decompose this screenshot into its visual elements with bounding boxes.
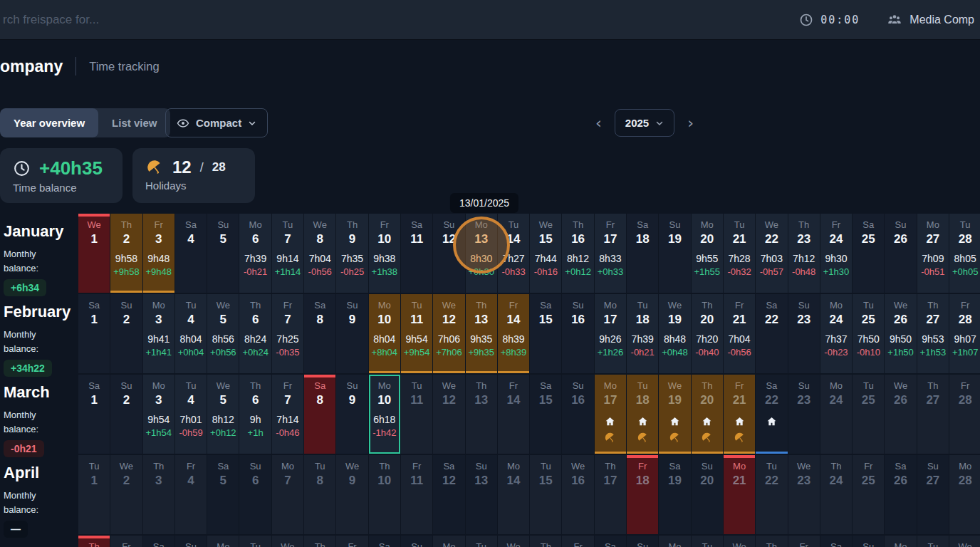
day-cell[interactable]: We28 <box>949 536 980 547</box>
day-cell[interactable]: Tu27 <box>917 536 949 547</box>
day-cell[interactable]: Su18 <box>627 536 658 547</box>
day-cell[interactable]: Tu48h04+0h04 <box>175 294 207 373</box>
day-cell[interactable]: Tu15 <box>530 455 561 534</box>
day-cell[interactable]: Mo17 <box>595 375 626 454</box>
day-cell[interactable]: Th207h20-0h40 <box>692 294 723 373</box>
day-cell[interactable]: Mo5 <box>207 536 239 547</box>
day-cell[interactable]: Mo179h26+1h26 <box>595 294 626 373</box>
day-cell[interactable]: Sa15 <box>530 294 561 373</box>
day-cell[interactable]: Sa1 <box>78 294 110 373</box>
day-cell[interactable]: Tu22 <box>756 455 787 534</box>
day-cell[interactable]: Su11 <box>401 536 432 547</box>
day-cell[interactable]: Mo14 <box>498 455 529 534</box>
day-cell[interactable]: Mo247h37-0h23 <box>820 294 852 373</box>
day-cell[interactable]: Fr16 <box>562 536 593 547</box>
day-cell[interactable]: Tu119h54+9h54 <box>401 294 432 373</box>
tab-list-view[interactable]: List view <box>98 108 170 137</box>
day-cell[interactable]: We9 <box>336 455 368 534</box>
day-cell[interactable]: Su23 <box>788 375 820 454</box>
day-cell[interactable]: Fr217h04-0h56 <box>724 294 755 373</box>
day-cell[interactable]: Mo12 <box>433 536 464 547</box>
day-cell[interactable]: Tu288h05+0h05 <box>949 214 980 293</box>
day-cell[interactable]: Su23 <box>788 294 820 373</box>
day-cell[interactable]: Su20 <box>692 455 723 534</box>
day-cell[interactable]: Tu47h01-0h59 <box>175 375 207 454</box>
day-cell[interactable]: Sa11 <box>401 214 432 293</box>
day-cell[interactable]: Th139h35+9h35 <box>466 294 497 373</box>
day-cell[interactable]: Sa25 <box>853 214 884 293</box>
day-cell[interactable]: Fr289h07+1h07 <box>949 294 980 373</box>
day-cell[interactable]: Fr25 <box>853 455 884 534</box>
day-cell[interactable]: Fr28 <box>949 375 980 454</box>
day-cell[interactable]: Th97h35-0h25 <box>336 214 368 293</box>
day-cell[interactable]: Mo277h09-0h51 <box>917 214 949 293</box>
day-cell[interactable]: Mo138h30+0h30 <box>466 214 497 293</box>
day-cell[interactable]: Fr9 <box>336 536 368 547</box>
day-cell[interactable]: Su12 <box>433 214 464 293</box>
day-cell[interactable]: Tu257h50-0h10 <box>853 294 884 373</box>
day-cell[interactable]: Mo39h41+1h41 <box>143 294 174 373</box>
day-cell[interactable]: Mo19 <box>659 536 690 547</box>
day-cell[interactable]: Tu8 <box>304 455 335 534</box>
day-cell[interactable]: Su4 <box>175 536 207 547</box>
tab-year-overview[interactable]: Year overview <box>0 108 98 137</box>
day-cell[interactable]: Mo67h39-0h21 <box>239 214 271 293</box>
day-cell[interactable]: Su16 <box>562 375 593 454</box>
day-cell[interactable]: We198h48+0h48 <box>659 294 690 373</box>
day-cell[interactable]: Th3 <box>143 455 174 534</box>
day-cell[interactable]: Su5 <box>207 214 239 293</box>
day-cell[interactable]: Sa3 <box>143 536 174 547</box>
day-cell[interactable]: Th8 <box>304 536 335 547</box>
day-cell[interactable]: Mo39h54+1h54 <box>143 375 174 454</box>
day-cell[interactable]: We16 <box>562 455 593 534</box>
previous-year-button[interactable]: ‹ <box>593 115 605 131</box>
day-cell[interactable]: Th27 <box>917 375 949 454</box>
day-cell[interactable]: Mo209h55+1h55 <box>692 214 723 293</box>
day-cell[interactable]: Su13 <box>466 455 497 534</box>
day-cell[interactable]: We26 <box>885 375 916 454</box>
day-cell[interactable]: Mo7 <box>272 455 303 534</box>
day-cell[interactable]: Su16 <box>562 294 593 373</box>
day-cell[interactable]: Fr23 <box>788 536 820 547</box>
year-select[interactable]: 2025 <box>615 109 674 137</box>
day-cell[interactable]: Tu217h28-0h32 <box>724 214 755 293</box>
day-cell[interactable]: Sa24 <box>820 536 852 547</box>
day-cell[interactable]: Su27 <box>917 455 949 534</box>
day-cell[interactable]: Su9 <box>336 375 368 454</box>
day-cell[interactable]: Sa22 <box>756 294 787 373</box>
day-cell[interactable]: Su9 <box>336 294 368 373</box>
day-cell[interactable]: We157h44-0h16 <box>530 214 561 293</box>
day-cell[interactable]: Th69h+1h <box>239 375 271 454</box>
day-cell[interactable]: Th29h58+9h58 <box>110 214 142 293</box>
day-cell[interactable]: Th24 <box>820 455 852 534</box>
day-cell[interactable]: We58h56+0h56 <box>207 294 239 373</box>
day-cell[interactable]: Sa5 <box>207 455 239 534</box>
day-cell[interactable]: Tu147h27-0h33 <box>498 214 529 293</box>
day-cell[interactable]: Fr2 <box>110 536 142 547</box>
day-cell[interactable]: We21 <box>724 536 755 547</box>
day-cell[interactable]: Mo26 <box>885 536 916 547</box>
day-cell[interactable]: Tu13 <box>466 536 497 547</box>
display-mode-dropdown[interactable]: Compact <box>165 108 268 137</box>
day-cell[interactable]: Th17 <box>595 455 626 534</box>
day-cell[interactable]: Sa18 <box>627 214 658 293</box>
day-cell[interactable]: Sa26 <box>885 455 916 534</box>
day-cell[interactable]: We14 <box>498 536 529 547</box>
day-cell[interactable]: We227h03-0h57 <box>756 214 787 293</box>
day-cell[interactable]: Su2 <box>110 375 142 454</box>
day-cell[interactable]: Mo21 <box>724 455 755 534</box>
organization-group[interactable]: Media Comp <box>887 12 974 28</box>
day-cell[interactable]: Fr39h48+9h48 <box>143 214 174 293</box>
day-cell[interactable]: Su6 <box>239 455 271 534</box>
day-cell[interactable]: Mo28 <box>949 455 980 534</box>
day-cell[interactable]: Tu20 <box>692 536 723 547</box>
day-cell[interactable]: Mo24 <box>820 375 852 454</box>
day-cell[interactable]: We87h04-0h56 <box>304 214 335 293</box>
day-cell[interactable]: Fr11 <box>401 455 432 534</box>
day-cell[interactable]: Th237h12-0h48 <box>788 214 820 293</box>
search-input[interactable] <box>0 12 303 28</box>
day-cell[interactable]: Fr109h38+1h38 <box>369 214 400 293</box>
day-cell[interactable]: Th68h24+0h24 <box>239 294 271 373</box>
day-cell[interactable]: Th13 <box>466 375 497 454</box>
day-cell[interactable]: Sa17 <box>595 536 626 547</box>
